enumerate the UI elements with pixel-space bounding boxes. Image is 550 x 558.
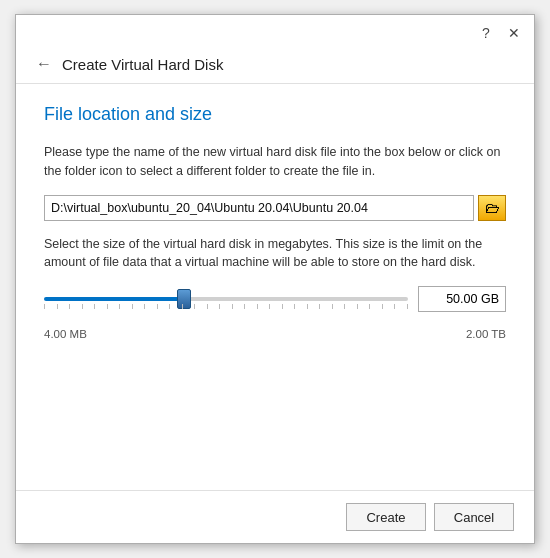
file-path-input[interactable] (44, 195, 474, 221)
range-max-label: 2.00 TB (466, 328, 506, 340)
back-arrow-icon[interactable]: ← (36, 55, 52, 73)
size-slider-row (44, 286, 506, 312)
slider-tick (69, 304, 70, 309)
dialog-content: File location and size Please type the n… (16, 84, 534, 490)
slider-tick (269, 304, 270, 309)
slider-tick (394, 304, 395, 309)
slider-tick (294, 304, 295, 309)
dialog-header: ← Create Virtual Hard Disk (16, 51, 534, 84)
range-labels: 4.00 MB 2.00 TB (44, 328, 506, 340)
size-value-input[interactable] (418, 286, 506, 312)
titlebar: ? ✕ (16, 15, 534, 51)
create-button[interactable]: Create (346, 503, 426, 531)
slider-tick (82, 304, 83, 309)
slider-tick (307, 304, 308, 309)
range-min-label: 4.00 MB (44, 328, 87, 340)
folder-browse-button[interactable]: 🗁 (478, 195, 506, 221)
slider-tick (244, 304, 245, 309)
section-title: File location and size (44, 104, 506, 125)
slider-tick (257, 304, 258, 309)
slider-tick (94, 304, 95, 309)
slider-container (44, 289, 408, 309)
slider-tick (282, 304, 283, 309)
dialog: ? ✕ ← Create Virtual Hard Disk File loca… (15, 14, 535, 544)
slider-tick (207, 304, 208, 309)
size-slider[interactable] (44, 297, 408, 301)
slider-tick (407, 304, 408, 309)
slider-tick (319, 304, 320, 309)
slider-tick (382, 304, 383, 309)
slider-tick (194, 304, 195, 309)
slider-tick (44, 304, 45, 309)
file-row: 🗁 (44, 195, 506, 221)
help-button[interactable]: ? (476, 23, 496, 43)
slider-tick (332, 304, 333, 309)
button-row: Create Cancel (16, 490, 534, 543)
folder-icon: 🗁 (485, 199, 500, 216)
size-description: Select the size of the virtual hard disk… (44, 235, 506, 273)
slider-tick (357, 304, 358, 309)
slider-tick (169, 304, 170, 309)
file-description: Please type the name of the new virtual … (44, 143, 506, 181)
slider-tick (182, 304, 183, 309)
dialog-title: Create Virtual Hard Disk (62, 56, 223, 73)
slider-tick (232, 304, 233, 309)
slider-tick (157, 304, 158, 309)
slider-tick (369, 304, 370, 309)
slider-tick (144, 304, 145, 309)
slider-tick (219, 304, 220, 309)
slider-tick (119, 304, 120, 309)
close-button[interactable]: ✕ (504, 23, 524, 43)
slider-tick (132, 304, 133, 309)
cancel-button[interactable]: Cancel (434, 503, 514, 531)
slider-tick (344, 304, 345, 309)
slider-tick (107, 304, 108, 309)
slider-tick (57, 304, 58, 309)
